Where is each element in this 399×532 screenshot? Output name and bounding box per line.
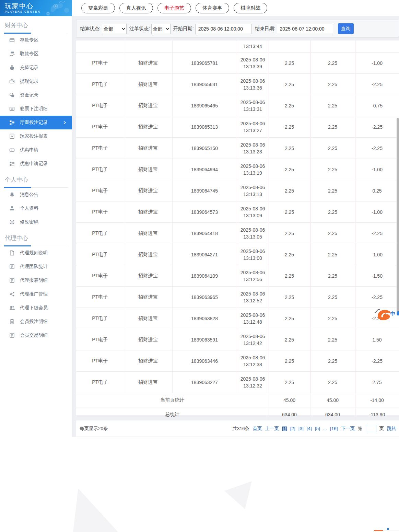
start-date-input[interactable] xyxy=(195,24,251,34)
promo-records-icon xyxy=(9,161,15,166)
sidebar-item-deposit-card[interactable]: 存款专区 xyxy=(0,33,72,47)
cell-order-no: 1839063227 xyxy=(172,372,237,393)
table-row: PT电子招财进宝18390657812025-08-0613:13:392.25… xyxy=(76,53,399,74)
mascot-partial-text: 中 xyxy=(390,311,396,317)
sidebar-item-withdrawal-wallet[interactable]: 提现记录 xyxy=(0,74,72,88)
pagination-bar: 每页显示20条 共316条首页上一页[1][2][3][4][5]...[16]… xyxy=(76,420,399,437)
cell-game xyxy=(124,41,172,53)
sidebar-item-member-bet-clipboard[interactable]: 会员投注明细 xyxy=(0,315,72,328)
sidebar-item-hall-records[interactable]: 厅室投注记录 xyxy=(0,116,72,129)
sidebar-item-agent-rules-doc[interactable]: 代理规则说明 xyxy=(0,246,72,260)
sidebar-item-promo-ticket[interactable]: 优惠申请 xyxy=(0,143,72,157)
sidebar-item-label: 消息公告 xyxy=(20,192,38,198)
bet-date: 2025-08-06 xyxy=(237,375,269,382)
bet-time: 13:13:00 xyxy=(237,255,269,262)
password-gear-icon xyxy=(9,219,15,225)
end-date-input[interactable] xyxy=(277,24,333,34)
player-report-icon xyxy=(9,134,15,139)
sidebar-item-label: 提现记录 xyxy=(20,78,38,84)
next-page-link[interactable]: 下一页 xyxy=(341,426,355,432)
agent-share-icon xyxy=(9,291,15,297)
order-status-select[interactable]: 全部 xyxy=(151,24,171,34)
tab-雙赢彩票[interactable]: 雙赢彩票 xyxy=(81,3,115,13)
table-row: PT电子招财进宝18390653132025-08-0613:13:272.25… xyxy=(76,116,399,138)
sidebar-item-agent-team-board[interactable]: 代理团队统计 xyxy=(0,260,72,274)
sidebar-item-promo-records[interactable]: 优惠申请记录 xyxy=(0,157,72,171)
recharge-bag-icon xyxy=(9,65,15,70)
prev-page-link[interactable]: 上一页 xyxy=(265,426,279,432)
sidebar-item-label: 彩票下注明细 xyxy=(20,106,48,112)
page-number-2[interactable]: [2] xyxy=(290,426,295,431)
jump-button[interactable]: 跳转 xyxy=(387,426,396,432)
sidebar-item-label: 代理团队统计 xyxy=(20,264,48,270)
cell-bet-amount: 2.25 xyxy=(269,74,310,95)
cell-platform: PT电子 xyxy=(76,159,124,180)
jump-prefix-label: 第 xyxy=(358,426,363,432)
sidebar: 玩家中心 PLAYERS CENTER 财务中心存款专区取款专区充值记录提现记录… xyxy=(0,0,72,532)
cell-bet-amount: 2.25 xyxy=(269,116,310,138)
bet-time: 13:12:38 xyxy=(237,361,269,368)
sidebar-item-password-gear[interactable]: 修改密码 xyxy=(0,215,72,229)
member-trade-clipboard-icon xyxy=(9,333,15,338)
bet-time: 13:13:23 xyxy=(237,148,269,155)
cell-valid-bet: 2.25 xyxy=(310,223,355,244)
cell-order-no: 1839065631 xyxy=(172,74,237,95)
summary-win_loss: -113.90 xyxy=(355,407,399,422)
cell-bet-time: 2025-08-0613:13:19 xyxy=(237,159,269,180)
sidebar-item-profile-person[interactable]: 个人资料 xyxy=(0,201,72,215)
cell-bet-amount: 2.25 xyxy=(269,180,310,201)
jump-suffix-label: 页 xyxy=(379,426,384,432)
settle-status-select[interactable]: 全部 xyxy=(102,24,127,34)
sidebar-item-recharge-bag[interactable]: 充值记录 xyxy=(0,61,72,74)
sidebar-item-agent-people[interactable]: 代理下级会员 xyxy=(0,301,72,315)
message-bell-icon xyxy=(9,192,15,197)
page-number-3[interactable]: [3] xyxy=(298,426,304,431)
table-row: PT电子招财进宝18390654652025-08-0613:13:312.25… xyxy=(76,95,399,116)
sidebar-item-agent-report-board[interactable]: 代理报表明细 xyxy=(0,274,72,287)
cell-bet-time: 2025-08-0613:12:32 xyxy=(237,372,269,393)
sidebar-item-player-report[interactable]: 玩家投注报表 xyxy=(0,129,72,143)
cell-order-no: 1839065150 xyxy=(172,138,237,159)
sidebar-item-funds-coins[interactable]: 资金记录 xyxy=(0,88,72,102)
tab-体育赛事[interactable]: 体育赛事 xyxy=(196,3,229,13)
query-button[interactable]: 查询 xyxy=(338,23,354,34)
tab-棋牌对战[interactable]: 棋牌对战 xyxy=(234,3,267,13)
first-page-link[interactable]: 首页 xyxy=(253,426,262,432)
cell-order-no: 1839064271 xyxy=(172,244,237,265)
table-row: PT电子招财进宝18390651502025-08-0613:13:232.25… xyxy=(76,138,399,159)
sidebar-item-agent-share[interactable]: 代理推广管理 xyxy=(0,287,72,301)
page-number-5[interactable]: [5] xyxy=(315,426,320,431)
cell-valid-bet: 2.25 xyxy=(310,308,355,329)
sidebar-item-label: 优惠申请记录 xyxy=(20,161,48,167)
page-number-16[interactable]: [16] xyxy=(330,426,338,431)
agent-rules-doc-icon xyxy=(9,250,15,256)
cell-platform: PT电子 xyxy=(76,265,124,287)
cell-win-loss: -2.25 xyxy=(355,223,399,244)
table-scrollbar-thumb[interactable] xyxy=(397,118,399,315)
sidebar-item-lottery-list[interactable]: 彩票下注明细 xyxy=(0,102,72,116)
page-number-1[interactable]: [1] xyxy=(282,426,287,431)
jump-page-input[interactable] xyxy=(366,425,376,432)
tab-真人视讯[interactable]: 真人视讯 xyxy=(119,3,153,13)
cell-order-no: 1839064109 xyxy=(172,265,237,287)
bet-date: 2025-08-06 xyxy=(237,333,269,340)
cell-game: 招财进宝 xyxy=(124,244,172,265)
sidebar-item-label: 存款专区 xyxy=(20,37,38,43)
cell-bet-time: 2025-08-0613:13:00 xyxy=(237,244,269,265)
sidebar-item-member-trade-clipboard[interactable]: 会员交易明细 xyxy=(0,328,72,342)
bottom-watermark-area xyxy=(72,437,399,532)
bet-time: 13:12:56 xyxy=(237,276,269,283)
cell-game: 招财进宝 xyxy=(124,180,172,201)
floating-mascot-widget[interactable]: 中 xyxy=(371,307,399,322)
cell-valid-bet: 2.25 xyxy=(310,265,355,287)
cell-game: 招财进宝 xyxy=(124,138,172,159)
cell-platform: PT电子 xyxy=(76,201,124,223)
sidebar-item-message-bell[interactable]: 消息公告 xyxy=(0,188,72,201)
cell-order-no: 1839063446 xyxy=(172,350,237,372)
cell-win-loss: -1.00 xyxy=(355,244,399,265)
tab-电子游艺[interactable]: 电子游艺 xyxy=(157,3,191,13)
table-row: PT电子招财进宝18390641092025-08-0613:12:562.25… xyxy=(76,265,399,287)
page-number-4[interactable]: [4] xyxy=(307,426,312,431)
sidebar-item-withdraw-hand[interactable]: 取款专区 xyxy=(0,47,72,61)
cell-order-no: 1839063965 xyxy=(172,287,237,308)
